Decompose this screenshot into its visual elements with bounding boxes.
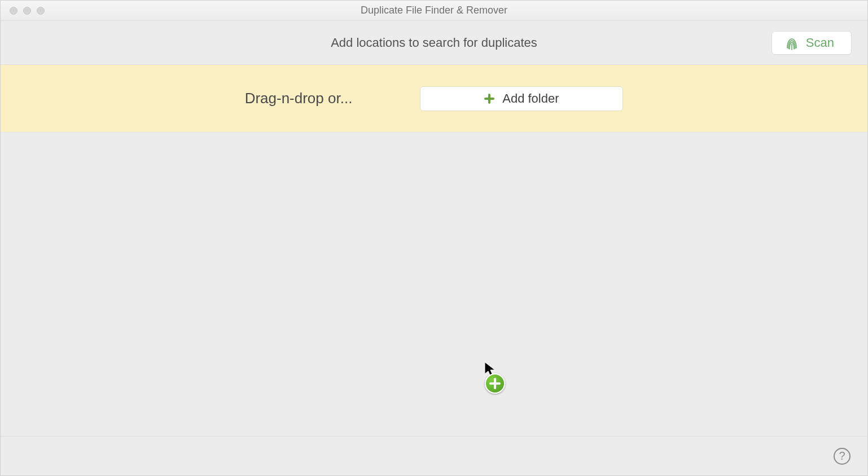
minimize-window-button[interactable]	[23, 7, 31, 15]
zoom-window-button[interactable]	[37, 7, 45, 15]
scan-button-label: Scan	[806, 36, 834, 50]
fingerprint-icon	[786, 36, 798, 50]
instruction-text: Add locations to search for duplicates	[331, 36, 537, 50]
add-folder-label: Add folder	[502, 91, 559, 106]
close-window-button[interactable]	[10, 7, 17, 15]
main-area[interactable]	[1, 133, 867, 436]
app-window: Duplicate File Finder & Remover Add loca…	[0, 0, 868, 476]
drag-drop-text: Drag-n-drop or...	[245, 90, 353, 107]
add-folder-button[interactable]: Add folder	[420, 86, 623, 111]
help-button[interactable]: ?	[834, 448, 851, 465]
cursor-add-badge-icon	[485, 373, 505, 394]
toolbar: Add locations to search for duplicates S…	[1, 21, 867, 65]
plus-icon	[484, 94, 494, 104]
titlebar[interactable]: Duplicate File Finder & Remover	[1, 1, 867, 21]
window-title: Duplicate File Finder & Remover	[1, 5, 867, 16]
scan-button[interactable]: Scan	[771, 31, 852, 55]
footer: ?	[1, 436, 867, 475]
drop-zone[interactable]: Drag-n-drop or... Add folder	[1, 65, 867, 133]
traffic-lights	[1, 7, 45, 15]
